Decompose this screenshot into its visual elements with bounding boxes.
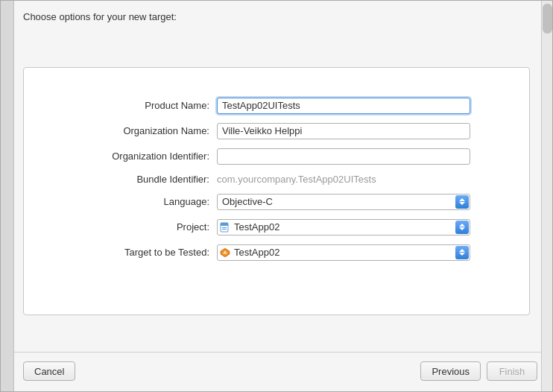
org-name-input[interactable] [217,123,470,139]
finish-button[interactable]: Finish [487,361,537,381]
target-tested-control: TestApp02 A [217,244,470,261]
bundle-id-value: com.yourcompany.TestApp02UITests [217,172,376,186]
bundle-id-row: Bundle Identifier: com.yourcompany.TestA… [83,174,470,185]
bundle-id-label: Bundle Identifier: [83,174,217,185]
project-select-wrapper: TestApp02 [217,219,470,235]
org-id-control [217,148,470,165]
org-name-row: Organization Name: [83,123,470,139]
scrollbar-thumb[interactable] [543,4,552,34]
project-select[interactable]: TestApp02 [217,219,470,235]
org-id-input[interactable] [217,148,470,165]
org-id-label: Organization Identifier: [83,151,217,162]
footer-right-buttons: Previous Finish [420,361,537,381]
new-target-dialog: Choose options for your new target: Prod… [0,0,553,392]
language-control: Objective-C Swift [217,194,470,210]
org-name-control [217,123,470,139]
cancel-button[interactable]: Cancel [23,361,75,381]
product-name-input[interactable] [217,98,470,114]
bundle-id-control: com.yourcompany.TestApp02UITests [217,174,470,185]
target-select-wrapper: TestApp02 A [217,244,470,261]
product-name-row: Product Name: [83,98,470,114]
dialog-footer: Cancel Previous Finish [1,352,552,391]
language-label: Language: [83,196,217,207]
project-label: Project: [83,221,217,233]
scrollbar[interactable] [541,1,552,391]
target-tested-row: Target to be Tested: TestApp02 A [83,244,470,261]
language-select[interactable]: Objective-C Swift [217,194,470,210]
org-name-label: Organization Name: [83,125,217,136]
dialog-content: Product Name: Organization Name: Organiz… [1,30,552,352]
left-sidebar-stripe [1,1,14,391]
language-select-wrapper: Objective-C Swift [217,194,470,210]
project-row: Project: TestApp02 [83,219,470,235]
language-row: Language: Objective-C Swift [83,194,470,210]
dialog-header: Choose options for your new target: [1,1,552,30]
target-tested-label: Target to be Tested: [83,247,217,258]
org-id-row: Organization Identifier: [83,148,470,165]
form-area: Product Name: Organization Name: Organiz… [23,67,530,315]
product-name-label: Product Name: [83,100,217,111]
previous-button[interactable]: Previous [420,361,481,381]
product-name-control [217,98,470,114]
target-tested-select[interactable]: TestApp02 [217,244,470,261]
project-control: TestApp02 [217,219,470,235]
header-text: Choose options for your new target: [23,11,177,22]
